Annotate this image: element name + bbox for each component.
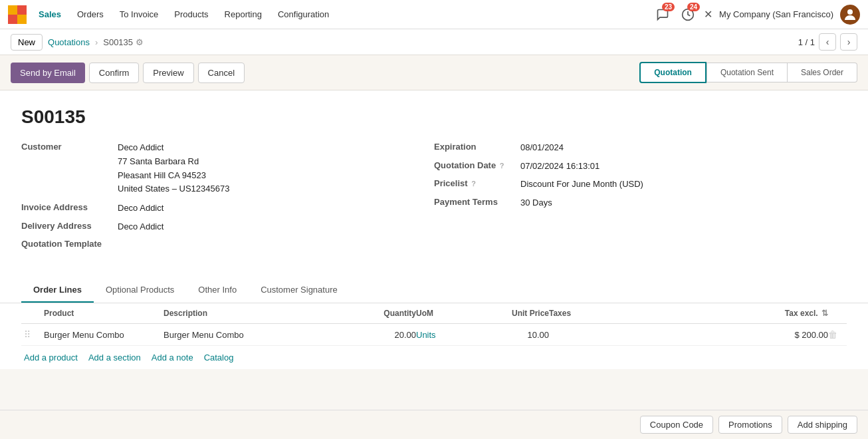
row-unit-price[interactable]: 10.00: [483, 330, 549, 340]
delivery-address-value[interactable]: Deco Addict: [118, 220, 163, 233]
new-record-button[interactable]: New: [11, 34, 43, 51]
add-row-actions: Add a product Add a section Add a note C…: [21, 346, 847, 369]
topnav-right: 23 24 ✕ My Company (San Francisco): [653, 5, 860, 25]
preview-button[interactable]: Preview: [143, 63, 193, 83]
company-name[interactable]: My Company (San Francisco): [719, 9, 833, 19]
add-section-link[interactable]: Add a section: [88, 353, 141, 363]
status-quotation-sent[interactable]: Quotation Sent: [706, 63, 788, 82]
quotation-template-label: Quotation Template: [21, 238, 118, 249]
coupon-code-button[interactable]: Coupon Code: [640, 416, 713, 434]
action-toolbar: Send by Email Confirm Preview Cancel Quo…: [0, 55, 868, 90]
nav-item-reporting[interactable]: Reporting: [218, 5, 269, 23]
customer-field-row: Customer Deco Addict 77 Santa Barbara Rd…: [21, 141, 434, 196]
breadcrumb-separator: ›: [95, 37, 98, 47]
prev-record-button[interactable]: ‹: [819, 33, 836, 51]
nav-item-orders[interactable]: Orders: [70, 5, 110, 23]
document-body: S00135 Customer Deco Addict 77 Santa Bar…: [0, 90, 868, 278]
tab-optional-products[interactable]: Optional Products: [94, 278, 186, 303]
send-email-button[interactable]: Send by Email: [11, 63, 85, 83]
customer-value[interactable]: Deco Addict 77 Santa Barbara Rd Pleasant…: [118, 141, 229, 196]
payment-terms-label: Payment Terms: [434, 196, 520, 207]
invoice-address-value[interactable]: Deco Addict: [118, 202, 163, 215]
tab-order-lines[interactable]: Order Lines: [21, 278, 94, 303]
settings-icon[interactable]: ✕: [704, 8, 712, 21]
pagination-label: 1 / 1: [798, 37, 815, 47]
col-quantity-header: Quantity: [350, 309, 416, 318]
breadcrumb: New Quotations › S00135 ⚙: [11, 34, 144, 51]
status-quotation[interactable]: Quotation: [639, 62, 706, 83]
settings-gear-icon[interactable]: ⚙: [136, 37, 144, 47]
row-uom[interactable]: Units: [416, 330, 483, 340]
svg-rect-2: [8, 15, 17, 24]
confirm-button[interactable]: Confirm: [89, 63, 140, 83]
payment-terms-value[interactable]: 30 Days: [520, 196, 552, 210]
cancel-button[interactable]: Cancel: [198, 63, 245, 83]
promotions-button[interactable]: Promotions: [718, 416, 782, 434]
svg-rect-1: [17, 5, 27, 15]
add-note-link[interactable]: Add a note: [152, 353, 193, 363]
pagination-controls: 1 / 1 ‹ ›: [798, 33, 857, 51]
tab-other-info[interactable]: Other Info: [186, 278, 249, 303]
svg-rect-0: [8, 5, 17, 15]
customer-addr3: United States – US12345673: [118, 182, 229, 196]
app-logo: [8, 5, 27, 24]
main-document: S00135 Customer Deco Addict 77 Santa Bar…: [0, 90, 868, 439]
customer-addr1: 77 Santa Barbara Rd: [118, 155, 229, 169]
expiration-label: Expiration: [434, 141, 520, 152]
add-shipping-button[interactable]: Add shipping: [788, 416, 857, 434]
add-product-link[interactable]: Add a product: [24, 353, 78, 363]
chat-notification-button[interactable]: 23: [653, 5, 672, 24]
row-delete-icon[interactable]: 🗑: [828, 329, 844, 340]
nav-item-products[interactable]: Products: [167, 5, 215, 23]
nav-item-configuration[interactable]: Configuration: [271, 5, 336, 23]
action-buttons-left: Send by Email Confirm Preview Cancel: [11, 63, 245, 83]
tab-customer-signature[interactable]: Customer Signature: [249, 278, 350, 303]
row-product[interactable]: Burger Menu Combo: [44, 330, 163, 340]
quotation-date-value[interactable]: 07/02/2024 16:13:01: [520, 160, 599, 173]
order-lines-table: Product Description Quantity UoM Unit Pr…: [21, 303, 847, 346]
svg-rect-3: [17, 15, 27, 24]
expiration-value[interactable]: 08/01/2024: [520, 141, 564, 154]
fields-left-column: Customer Deco Addict 77 Santa Barbara Rd…: [21, 141, 434, 254]
next-record-button[interactable]: ›: [840, 33, 857, 51]
activity-notification-button[interactable]: 24: [679, 5, 697, 24]
breadcrumb-link-quotations[interactable]: Quotations: [48, 37, 90, 47]
col-handle: [24, 309, 44, 318]
table-row: ⠿ Burger Menu Combo Burger Menu Combo 20…: [21, 324, 847, 346]
document-title: S00135: [21, 106, 847, 128]
expiration-field-row: Expiration 08/01/2024: [434, 141, 847, 154]
quotation-date-help-icon: ?: [500, 162, 504, 170]
col-unit-price-header: Unit Price: [483, 309, 549, 318]
customer-label: Customer: [21, 141, 118, 152]
user-avatar[interactable]: [840, 5, 860, 25]
nav-menu: Sales Orders To Invoice Products Reporti…: [32, 5, 653, 23]
col-product-header: Product: [44, 309, 163, 318]
col-sort-icon[interactable]: ⇅: [821, 309, 828, 318]
breadcrumb-bar: New Quotations › S00135 ⚙ 1 / 1 ‹ ›: [0, 29, 868, 55]
row-tax-excl: $ 200.00: [602, 330, 828, 340]
quotation-date-label: Quotation Date ?: [434, 160, 520, 170]
row-description[interactable]: Burger Menu Combo: [163, 330, 350, 340]
invoice-address-label: Invoice Address: [21, 202, 118, 212]
pricelist-field-row: Pricelist ? Discount For June Month (USD…: [434, 178, 847, 191]
status-sales-order[interactable]: Sales Order: [788, 63, 857, 82]
col-tax-excl-header: Tax excl. ⇅: [602, 309, 828, 318]
pricelist-label: Pricelist ?: [434, 178, 520, 188]
drag-handle-icon[interactable]: ⠿: [24, 329, 44, 340]
status-pipeline: Quotation Quotation Sent Sales Order: [639, 62, 857, 83]
nav-item-sales[interactable]: Sales: [32, 5, 68, 23]
quotation-date-field-row: Quotation Date ? 07/02/2024 16:13:01: [434, 160, 847, 173]
payment-terms-field-row: Payment Terms 30 Days: [434, 196, 847, 210]
breadcrumb-current-record: S00135 ⚙: [103, 37, 144, 47]
customer-addr2: Pleasant Hill CA 94523: [118, 169, 229, 183]
table-header-row: Product Description Quantity UoM Unit Pr…: [21, 303, 847, 324]
delivery-address-label: Delivery Address: [21, 220, 118, 231]
pricelist-value[interactable]: Discount For June Month (USD): [520, 178, 643, 191]
nav-item-to-invoice[interactable]: To Invoice: [113, 5, 165, 23]
quotation-template-field-row: Quotation Template: [21, 238, 434, 249]
invoice-address-field-row: Invoice Address Deco Addict: [21, 202, 434, 215]
pricelist-help-icon: ?: [471, 180, 476, 188]
row-quantity[interactable]: 20.00: [350, 330, 416, 340]
catalog-link[interactable]: Catalog: [204, 353, 234, 363]
delivery-address-field-row: Delivery Address Deco Addict: [21, 220, 434, 233]
